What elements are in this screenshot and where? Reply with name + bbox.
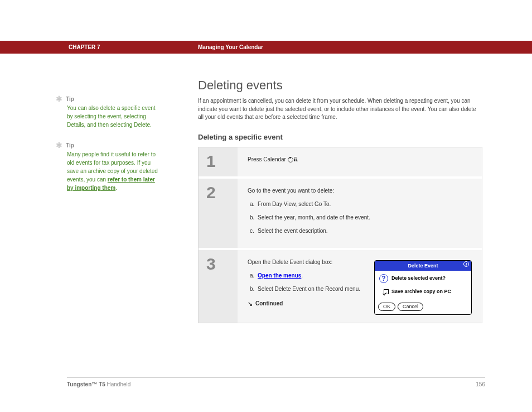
cancel-button[interactable]: Cancel: [398, 303, 423, 311]
intro-paragraph: If an appointment is cancelled, you can …: [198, 97, 482, 122]
tip-label: Tip: [66, 142, 74, 148]
archive-checkbox[interactable]: [384, 289, 389, 294]
substep-text: From Day View, select Go To.: [258, 201, 331, 207]
footer-product: Tungsten™ T5 Handheld: [67, 381, 130, 387]
tip-body: Many people find it useful to refer to o…: [67, 150, 162, 192]
sidebar-tips: ✱ Tip You can also delete a specific eve…: [56, 95, 162, 204]
step-row: 1 Press Calendar .: [199, 147, 482, 179]
page-title: Deleting events: [198, 78, 482, 93]
step-number: 2: [206, 184, 238, 201]
open-menus-link[interactable]: Open the menus: [258, 272, 301, 279]
tip-body: You can also delete a specific event by …: [67, 104, 162, 129]
calendar-button-icon: [288, 156, 297, 162]
substep-text: Select Delete Event on the Record menu.: [258, 286, 360, 292]
footer-product-bold: Tungsten™ T5: [67, 381, 105, 387]
step-row: 2 Go to the event you want to delete: a.…: [199, 179, 482, 250]
step-row: 3 Open the Delete Event dialog box: a.Op…: [199, 250, 482, 323]
tip-star-icon: ✱: [56, 141, 62, 149]
substep-letter: b.: [250, 285, 258, 294]
step-lead: Open the Delete Event dialog box:: [248, 258, 365, 267]
dialog-question: Delete selected event?: [391, 274, 446, 282]
tip-label: Tip: [66, 96, 74, 102]
page-footer: Tungsten™ T5 Handheld 156: [67, 377, 485, 387]
substep-suffix: .: [301, 272, 303, 279]
step-lead: Go to the event you want to delete:: [248, 186, 472, 195]
archive-checkbox-label: Save archive copy on PC: [391, 288, 451, 295]
substep-text: Select the event description.: [258, 228, 328, 234]
question-icon: ?: [379, 274, 388, 283]
page-number: 156: [476, 381, 485, 387]
main-content: Deleting events If an appointment is can…: [198, 78, 482, 323]
step-content: Go to the event you want to delete: a.Fr…: [238, 179, 482, 248]
substep-letter: b.: [250, 213, 258, 222]
substep: b.Select Delete Event on the Record menu…: [250, 285, 365, 294]
step-lead: Press Calendar: [248, 156, 288, 162]
substep: a.From Day View, select Go To.: [250, 200, 472, 209]
tip-star-icon: ✱: [56, 95, 62, 103]
step-content: Open the Delete Event dialog box: a.Open…: [238, 250, 482, 323]
step-number: 3: [206, 256, 238, 272]
continued-arrow-icon: ↘: [248, 299, 253, 309]
chapter-section: Managing Your Calendar: [198, 44, 263, 50]
substep-letter: c.: [250, 227, 258, 236]
continued-label: Continued: [255, 299, 283, 308]
step-number-cell: 1: [199, 147, 238, 176]
substep-letter: a.: [250, 271, 258, 280]
ok-button[interactable]: OK: [378, 303, 395, 311]
info-icon[interactable]: i: [463, 261, 469, 267]
substep: a.Open the menus.: [250, 271, 365, 280]
substep: b.Select the year, month, and date of th…: [250, 213, 472, 222]
dialog-titlebar: Delete Event i: [375, 261, 471, 271]
continued-indicator: ↘ Continued: [248, 299, 365, 309]
step-number-cell: 2: [199, 179, 238, 248]
chapter-label: CHAPTER 7: [69, 44, 100, 50]
step-content: Press Calendar .: [238, 147, 482, 176]
steps-table: 1 Press Calendar . 2 Go to the event you…: [198, 147, 482, 324]
step-number: 1: [206, 153, 238, 170]
tip-block: ✱ Tip You can also delete a specific eve…: [56, 95, 162, 129]
substep-letter: a.: [250, 200, 258, 209]
delete-event-dialog: Delete Event i ? Delete selected event? …: [374, 260, 472, 315]
footer-product-rest: Handheld: [105, 381, 131, 387]
tip-text: .: [115, 185, 117, 191]
step-number-cell: 3: [199, 250, 238, 323]
dialog-title-text: Delete Event: [408, 263, 438, 269]
substep-text: Select the year, month, and date of the …: [258, 214, 370, 221]
tip-block: ✱ Tip Many people find it useful to refe…: [56, 141, 162, 192]
chapter-header-bar: CHAPTER 7 Managing Your Calendar: [0, 41, 532, 54]
substep: c.Select the event description.: [250, 227, 472, 236]
step-trail: .: [297, 156, 298, 162]
subsection-heading: Deleting a specific event: [198, 133, 482, 141]
